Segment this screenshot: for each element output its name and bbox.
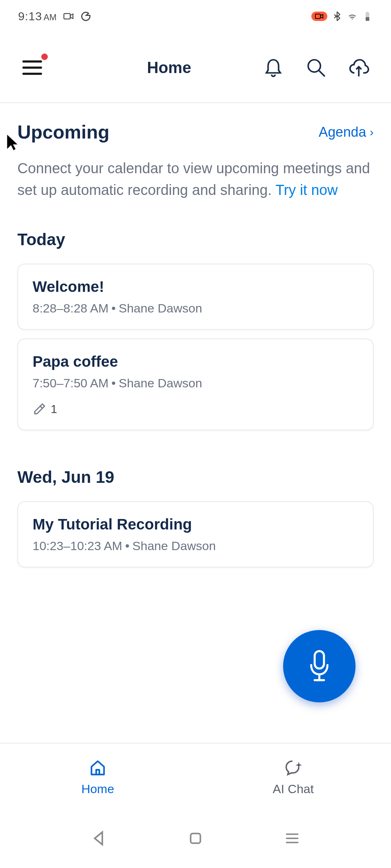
svg-line-9 — [319, 71, 325, 76]
status-bar: 9:13AM — [0, 0, 391, 33]
bluetooth-icon — [332, 11, 342, 22]
agenda-link[interactable]: Agenda › — [319, 124, 374, 140]
chat-sparkle-icon — [284, 758, 303, 777]
try-it-now-link[interactable]: Try it now — [276, 182, 338, 198]
cloud-upload-button[interactable] — [348, 57, 369, 78]
search-button[interactable] — [306, 57, 327, 78]
date-heading: Wed, Jun 19 — [17, 467, 374, 487]
recording-title: Welcome! — [33, 278, 358, 295]
tab-ai-chat-label: AI Chat — [273, 782, 314, 796]
highlight-icon — [33, 403, 46, 416]
recording-card[interactable]: My Tutorial Recording 10:23–10:23 AM•Sha… — [17, 501, 374, 567]
cursor-arrow-icon — [5, 133, 20, 152]
tab-bar: Home AI Chat — [0, 743, 391, 810]
svg-rect-10 — [315, 651, 324, 668]
wifi-icon — [347, 11, 358, 22]
svg-rect-1 — [315, 14, 320, 18]
date-heading-today: Today — [17, 230, 374, 249]
battery-icon — [362, 11, 373, 22]
recording-card[interactable]: Welcome! 8:28–8:28 AM•Shane Dawson — [17, 264, 374, 330]
recording-badge-icon — [311, 12, 327, 21]
chevron-right-icon: › — [370, 125, 374, 139]
tab-home[interactable]: Home — [0, 744, 196, 810]
system-back-button[interactable] — [91, 830, 107, 848]
home-icon — [88, 758, 107, 777]
main-content: Upcoming Agenda › Connect your calendar … — [0, 103, 391, 567]
svg-rect-13 — [191, 834, 201, 843]
upcoming-heading: Upcoming — [17, 121, 109, 143]
tab-ai-chat[interactable]: AI Chat — [196, 744, 391, 810]
status-time: 9:13AM — [18, 10, 56, 23]
app-header: Home — [0, 33, 391, 103]
svg-rect-0 — [64, 14, 71, 19]
recording-meta: 10:23–10:23 AM•Shane Dawson — [33, 539, 358, 553]
system-home-button[interactable] — [187, 830, 204, 848]
agenda-label: Agenda — [319, 124, 366, 140]
recording-card[interactable]: Papa coffee 7:50–7:50 AM•Shane Dawson 1 — [17, 339, 374, 430]
page-title: Home — [75, 59, 263, 77]
notification-dot-icon — [41, 54, 48, 60]
svg-rect-3 — [366, 17, 369, 21]
system-nav-bar — [0, 810, 391, 868]
svg-rect-4 — [367, 12, 369, 13]
tab-home-label: Home — [81, 782, 114, 796]
recording-meta: 8:28–8:28 AM•Shane Dawson — [33, 301, 358, 315]
recording-highlight-row: 1 — [33, 403, 358, 416]
microphone-icon — [307, 650, 332, 682]
status-left: 9:13AM — [18, 10, 91, 23]
recording-meta: 7:50–7:50 AM•Shane Dawson — [33, 376, 358, 390]
google-icon — [80, 11, 91, 22]
highlight-count: 1 — [51, 403, 57, 416]
video-recording-icon — [63, 11, 74, 22]
status-right — [311, 11, 373, 22]
system-recents-button[interactable] — [284, 830, 300, 848]
menu-button[interactable] — [22, 57, 43, 78]
record-fab[interactable] — [283, 630, 356, 702]
recording-title: Papa coffee — [33, 353, 358, 370]
recording-title: My Tutorial Recording — [33, 516, 358, 533]
svg-point-8 — [308, 60, 320, 72]
connect-calendar-text: Connect your calendar to view upcoming m… — [17, 157, 374, 201]
notifications-button[interactable] — [263, 57, 284, 78]
